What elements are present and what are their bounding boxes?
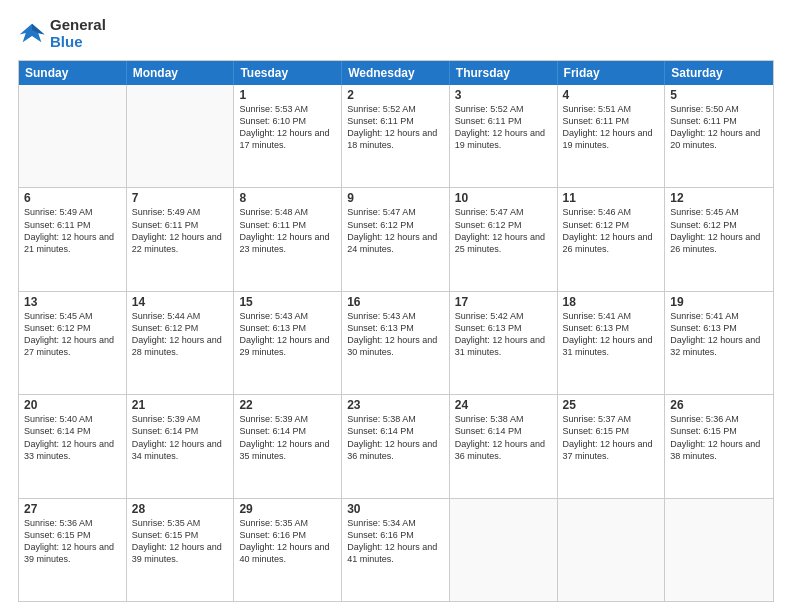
day-cell-26: 26Sunrise: 5:36 AMSunset: 6:15 PMDayligh… — [665, 395, 773, 497]
day-header-wednesday: Wednesday — [342, 61, 450, 85]
day-cell-16: 16Sunrise: 5:43 AMSunset: 6:13 PMDayligh… — [342, 292, 450, 394]
day-number: 19 — [670, 295, 768, 309]
empty-cell — [665, 499, 773, 601]
calendar-week-4: 20Sunrise: 5:40 AMSunset: 6:14 PMDayligh… — [19, 394, 773, 497]
calendar: SundayMondayTuesdayWednesdayThursdayFrid… — [18, 60, 774, 602]
day-cell-19: 19Sunrise: 5:41 AMSunset: 6:13 PMDayligh… — [665, 292, 773, 394]
day-cell-15: 15Sunrise: 5:43 AMSunset: 6:13 PMDayligh… — [234, 292, 342, 394]
day-number: 14 — [132, 295, 229, 309]
day-number: 26 — [670, 398, 768, 412]
day-number: 10 — [455, 191, 552, 205]
day-cell-18: 18Sunrise: 5:41 AMSunset: 6:13 PMDayligh… — [558, 292, 666, 394]
day-cell-27: 27Sunrise: 5:36 AMSunset: 6:15 PMDayligh… — [19, 499, 127, 601]
day-number: 24 — [455, 398, 552, 412]
day-number: 1 — [239, 88, 336, 102]
day-info: Sunrise: 5:39 AMSunset: 6:14 PMDaylight:… — [132, 413, 229, 462]
calendar-week-3: 13Sunrise: 5:45 AMSunset: 6:12 PMDayligh… — [19, 291, 773, 394]
day-info: Sunrise: 5:38 AMSunset: 6:14 PMDaylight:… — [347, 413, 444, 462]
day-cell-24: 24Sunrise: 5:38 AMSunset: 6:14 PMDayligh… — [450, 395, 558, 497]
day-number: 30 — [347, 502, 444, 516]
empty-cell — [19, 85, 127, 187]
day-cell-25: 25Sunrise: 5:37 AMSunset: 6:15 PMDayligh… — [558, 395, 666, 497]
day-cell-7: 7Sunrise: 5:49 AMSunset: 6:11 PMDaylight… — [127, 188, 235, 290]
logo-text: General Blue — [50, 16, 106, 50]
day-number: 28 — [132, 502, 229, 516]
day-number: 25 — [563, 398, 660, 412]
day-info: Sunrise: 5:41 AMSunset: 6:13 PMDaylight:… — [670, 310, 768, 359]
day-number: 18 — [563, 295, 660, 309]
day-number: 12 — [670, 191, 768, 205]
day-cell-29: 29Sunrise: 5:35 AMSunset: 6:16 PMDayligh… — [234, 499, 342, 601]
day-cell-3: 3Sunrise: 5:52 AMSunset: 6:11 PMDaylight… — [450, 85, 558, 187]
day-info: Sunrise: 5:35 AMSunset: 6:16 PMDaylight:… — [239, 517, 336, 566]
day-cell-17: 17Sunrise: 5:42 AMSunset: 6:13 PMDayligh… — [450, 292, 558, 394]
day-cell-13: 13Sunrise: 5:45 AMSunset: 6:12 PMDayligh… — [19, 292, 127, 394]
calendar-week-2: 6Sunrise: 5:49 AMSunset: 6:11 PMDaylight… — [19, 187, 773, 290]
day-info: Sunrise: 5:39 AMSunset: 6:14 PMDaylight:… — [239, 413, 336, 462]
day-cell-9: 9Sunrise: 5:47 AMSunset: 6:12 PMDaylight… — [342, 188, 450, 290]
day-info: Sunrise: 5:47 AMSunset: 6:12 PMDaylight:… — [455, 206, 552, 255]
day-header-friday: Friday — [558, 61, 666, 85]
day-cell-20: 20Sunrise: 5:40 AMSunset: 6:14 PMDayligh… — [19, 395, 127, 497]
day-header-saturday: Saturday — [665, 61, 773, 85]
day-cell-23: 23Sunrise: 5:38 AMSunset: 6:14 PMDayligh… — [342, 395, 450, 497]
day-number: 27 — [24, 502, 121, 516]
day-number: 15 — [239, 295, 336, 309]
day-info: Sunrise: 5:38 AMSunset: 6:14 PMDaylight:… — [455, 413, 552, 462]
day-number: 21 — [132, 398, 229, 412]
day-number: 7 — [132, 191, 229, 205]
day-info: Sunrise: 5:49 AMSunset: 6:11 PMDaylight:… — [24, 206, 121, 255]
day-info: Sunrise: 5:36 AMSunset: 6:15 PMDaylight:… — [24, 517, 121, 566]
day-info: Sunrise: 5:45 AMSunset: 6:12 PMDaylight:… — [24, 310, 121, 359]
day-cell-21: 21Sunrise: 5:39 AMSunset: 6:14 PMDayligh… — [127, 395, 235, 497]
day-cell-2: 2Sunrise: 5:52 AMSunset: 6:11 PMDaylight… — [342, 85, 450, 187]
calendar-header: SundayMondayTuesdayWednesdayThursdayFrid… — [19, 61, 773, 85]
day-number: 9 — [347, 191, 444, 205]
day-header-monday: Monday — [127, 61, 235, 85]
day-number: 8 — [239, 191, 336, 205]
day-number: 5 — [670, 88, 768, 102]
logo-icon — [18, 19, 46, 47]
day-number: 4 — [563, 88, 660, 102]
day-info: Sunrise: 5:51 AMSunset: 6:11 PMDaylight:… — [563, 103, 660, 152]
day-number: 23 — [347, 398, 444, 412]
day-number: 20 — [24, 398, 121, 412]
day-info: Sunrise: 5:37 AMSunset: 6:15 PMDaylight:… — [563, 413, 660, 462]
day-info: Sunrise: 5:53 AMSunset: 6:10 PMDaylight:… — [239, 103, 336, 152]
day-info: Sunrise: 5:47 AMSunset: 6:12 PMDaylight:… — [347, 206, 444, 255]
day-info: Sunrise: 5:34 AMSunset: 6:16 PMDaylight:… — [347, 517, 444, 566]
day-number: 17 — [455, 295, 552, 309]
day-cell-12: 12Sunrise: 5:45 AMSunset: 6:12 PMDayligh… — [665, 188, 773, 290]
day-cell-5: 5Sunrise: 5:50 AMSunset: 6:11 PMDaylight… — [665, 85, 773, 187]
day-number: 13 — [24, 295, 121, 309]
day-cell-14: 14Sunrise: 5:44 AMSunset: 6:12 PMDayligh… — [127, 292, 235, 394]
empty-cell — [558, 499, 666, 601]
day-info: Sunrise: 5:46 AMSunset: 6:12 PMDaylight:… — [563, 206, 660, 255]
day-cell-28: 28Sunrise: 5:35 AMSunset: 6:15 PMDayligh… — [127, 499, 235, 601]
day-info: Sunrise: 5:50 AMSunset: 6:11 PMDaylight:… — [670, 103, 768, 152]
day-number: 6 — [24, 191, 121, 205]
day-cell-10: 10Sunrise: 5:47 AMSunset: 6:12 PMDayligh… — [450, 188, 558, 290]
day-cell-6: 6Sunrise: 5:49 AMSunset: 6:11 PMDaylight… — [19, 188, 127, 290]
day-number: 16 — [347, 295, 444, 309]
day-info: Sunrise: 5:52 AMSunset: 6:11 PMDaylight:… — [455, 103, 552, 152]
day-number: 22 — [239, 398, 336, 412]
calendar-week-1: 1Sunrise: 5:53 AMSunset: 6:10 PMDaylight… — [19, 85, 773, 187]
day-number: 11 — [563, 191, 660, 205]
empty-cell — [127, 85, 235, 187]
header: General Blue — [18, 16, 774, 50]
day-cell-11: 11Sunrise: 5:46 AMSunset: 6:12 PMDayligh… — [558, 188, 666, 290]
day-cell-22: 22Sunrise: 5:39 AMSunset: 6:14 PMDayligh… — [234, 395, 342, 497]
logo: General Blue — [18, 16, 106, 50]
calendar-week-5: 27Sunrise: 5:36 AMSunset: 6:15 PMDayligh… — [19, 498, 773, 601]
day-info: Sunrise: 5:40 AMSunset: 6:14 PMDaylight:… — [24, 413, 121, 462]
calendar-body: 1Sunrise: 5:53 AMSunset: 6:10 PMDaylight… — [19, 85, 773, 601]
day-info: Sunrise: 5:42 AMSunset: 6:13 PMDaylight:… — [455, 310, 552, 359]
day-info: Sunrise: 5:43 AMSunset: 6:13 PMDaylight:… — [239, 310, 336, 359]
day-header-tuesday: Tuesday — [234, 61, 342, 85]
day-number: 2 — [347, 88, 444, 102]
day-cell-4: 4Sunrise: 5:51 AMSunset: 6:11 PMDaylight… — [558, 85, 666, 187]
day-info: Sunrise: 5:35 AMSunset: 6:15 PMDaylight:… — [132, 517, 229, 566]
day-info: Sunrise: 5:49 AMSunset: 6:11 PMDaylight:… — [132, 206, 229, 255]
day-info: Sunrise: 5:48 AMSunset: 6:11 PMDaylight:… — [239, 206, 336, 255]
